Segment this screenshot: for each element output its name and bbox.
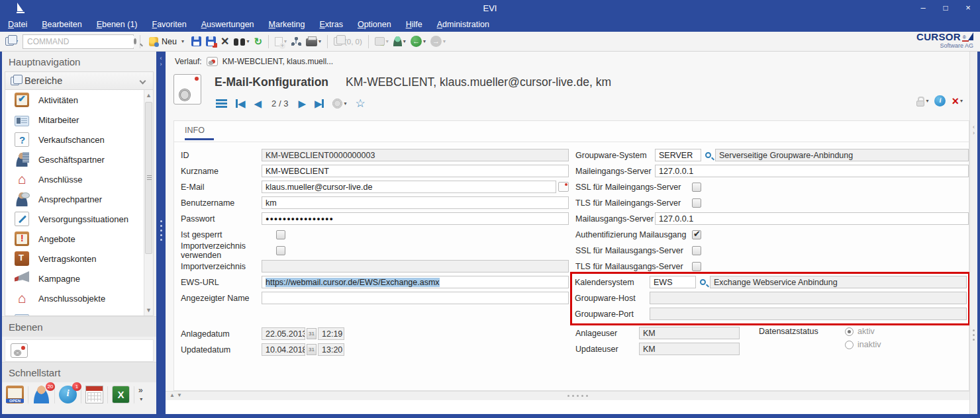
- collapse-left-icon[interactable]: ‹›: [156, 56, 166, 67]
- splitter-grip[interactable]: [973, 329, 975, 341]
- groupware-system-field[interactable]: SERVER: [655, 149, 701, 161]
- right-splitter[interactable]: ‹›: [969, 52, 977, 414]
- excel-icon[interactable]: [112, 386, 130, 403]
- splitter-grip[interactable]: [160, 220, 162, 241]
- first-record-button[interactable]: ◀: [236, 99, 246, 108]
- splitter-grip[interactable]: [567, 395, 588, 397]
- navigate-forward-button[interactable]: →▾: [430, 36, 446, 47]
- tls-eingang-checkbox[interactable]: [692, 198, 701, 208]
- send-email-icon[interactable]: [558, 182, 569, 192]
- menu-burger-icon[interactable]: [216, 99, 227, 108]
- sidebar-item-partial[interactable]: [5, 308, 153, 316]
- tab-info[interactable]: INFO: [185, 126, 214, 140]
- overflow-button[interactable]: »▾: [138, 386, 143, 403]
- ebene-email-konfiguration[interactable]: [5, 339, 154, 362]
- kurzname-field[interactable]: KM-WEBCLIENT: [262, 165, 569, 177]
- export-button[interactable]: ▾: [375, 37, 389, 46]
- email-field[interactable]: klaus.mueller@cursor-live.de: [262, 181, 556, 193]
- ist-gesperrt-checkbox[interactable]: [276, 230, 285, 239]
- workflow-button[interactable]: [291, 37, 301, 46]
- command-search-icon[interactable]: [134, 38, 136, 44]
- search-binoculars-button[interactable]: ▾: [234, 37, 249, 46]
- sidebar-item-mitarbeiter[interactable]: Mitarbeiter: [5, 110, 153, 130]
- collapse-right-icon[interactable]: ‹›: [970, 124, 977, 136]
- inaktiv-radio[interactable]: [845, 341, 854, 349]
- angezeigter-name-field[interactable]: [262, 292, 569, 304]
- sidebar-item-anschluesse[interactable]: ⌂Anschlüsse: [5, 169, 153, 189]
- ebenen-header[interactable]: Ebenen: [2, 316, 156, 337]
- importverzeichnis-verwenden-checkbox[interactable]: [276, 246, 285, 255]
- lock-button[interactable]: ▾: [916, 96, 928, 106]
- new-document-button[interactable]: ▾: [275, 37, 287, 46]
- menu-optionen[interactable]: Optionen: [358, 20, 391, 29]
- aktiv-radio[interactable]: [845, 327, 854, 336]
- maximize-button[interactable]: □: [939, 2, 952, 14]
- save-as-button[interactable]: [206, 36, 216, 46]
- sidebar-item-kampagne[interactable]: Kampagne: [5, 269, 153, 288]
- calendar-button[interactable]: 31: [307, 344, 317, 355]
- ssl-eingang-checkbox[interactable]: [692, 183, 701, 192]
- command-input[interactable]: [23, 36, 134, 48]
- sidebar-item-versorgungssituationen[interactable]: Versorgungssituationen: [5, 209, 153, 229]
- last-record-button[interactable]: ▶: [315, 99, 324, 108]
- ews-url-field[interactable]: https://webmail.cursor.de/EWS/Exchange.a…: [262, 276, 569, 288]
- tls-ausgang-checkbox[interactable]: [692, 262, 701, 271]
- sidebar-item-angebote[interactable]: Angebote: [5, 229, 153, 249]
- menu-extras[interactable]: Extras: [319, 20, 342, 29]
- scroll-down-icon[interactable]: ▼: [144, 305, 153, 315]
- close-button[interactable]: ×: [961, 2, 975, 14]
- print-button[interactable]: ▾: [306, 36, 321, 46]
- schnellstart-header[interactable]: Schnellstart: [2, 362, 156, 382]
- ssl-ausgang-checkbox[interactable]: [692, 246, 701, 255]
- sidebar-item-aktivitaeten[interactable]: Aktivitäten: [5, 90, 153, 110]
- menu-bearbeiten[interactable]: Bearbeiten: [42, 20, 81, 29]
- maileingangs-server-field[interactable]: 127.0.0.1: [655, 165, 969, 177]
- scrollbar-thumb[interactable]: [145, 102, 152, 254]
- next-record-button[interactable]: ▶: [298, 99, 306, 108]
- calendar-icon[interactable]: [85, 386, 103, 403]
- menu-datei[interactable]: Datei: [8, 20, 27, 29]
- splitter-arrows[interactable]: ▲▼: [170, 392, 184, 398]
- menu-hilfe[interactable]: Hilfe: [406, 20, 422, 29]
- close-record-button[interactable]: ×▾: [952, 96, 963, 106]
- contacts-quick-icon[interactable]: 20: [32, 386, 50, 403]
- sidebar-splitter[interactable]: ‹›: [156, 52, 166, 414]
- info-icon[interactable]: [934, 95, 946, 106]
- open-activities-icon[interactable]: [6, 386, 24, 403]
- previous-record-button[interactable]: ◀: [254, 99, 262, 108]
- navigate-back-button[interactable]: ←▾: [411, 36, 426, 47]
- menu-marketing[interactable]: Marketing: [269, 20, 305, 29]
- refresh-button[interactable]: ↻: [254, 36, 262, 48]
- auth-ausgang-checkbox[interactable]: [692, 230, 701, 239]
- sidebar-item-ansprechpartner[interactable]: Ansprechpartner: [5, 189, 153, 209]
- scroll-up-icon[interactable]: ▲: [144, 90, 153, 101]
- mailausgangs-server-field[interactable]: 127.0.0.1: [655, 212, 969, 225]
- calendar-button[interactable]: 31: [307, 328, 317, 339]
- menu-favoriten[interactable]: Favoriten: [152, 20, 187, 29]
- sidebar-item-anschlussobjekte[interactable]: ⌂Anschlussobjekte: [5, 288, 153, 308]
- layer-pages-icon[interactable]: ▾: [5, 37, 18, 46]
- lookup-icon[interactable]: [705, 152, 711, 158]
- sidebar-item-vertragskonten[interactable]: Vertragskonten: [5, 249, 153, 269]
- verlauf-item[interactable]: KM-WEBCLIENT, klaus.muell...: [222, 57, 333, 66]
- sidebar-item-verkaufschancen[interactable]: Verkaufschancen: [5, 130, 153, 149]
- neu-button[interactable]: Neu ▾: [146, 36, 187, 48]
- menu-auswertungen[interactable]: Auswertungen: [201, 20, 254, 29]
- menu-administration[interactable]: Administration: [437, 20, 489, 29]
- chevron-down-icon[interactable]: [140, 77, 146, 84]
- delete-button[interactable]: ✕: [220, 37, 229, 46]
- bereiche-header[interactable]: Bereiche: [5, 71, 154, 90]
- save-button[interactable]: [191, 36, 201, 46]
- bottom-splitter[interactable]: ▲▼: [166, 391, 969, 400]
- sidebar-item-geschaeftspartner[interactable]: Geschäftspartner: [5, 149, 153, 169]
- kalendersystem-field[interactable]: EWS: [650, 276, 696, 288]
- menu-ebenen[interactable]: Ebenen (1): [97, 20, 138, 29]
- passwort-field[interactable]: ●●●●●●●●●●●●●●●●: [262, 212, 569, 225]
- record-settings-button[interactable]: ▾: [332, 99, 346, 108]
- info-quick-icon[interactable]: 1: [59, 386, 77, 403]
- lookup-icon[interactable]: [700, 279, 706, 285]
- favorite-star-icon[interactable]: ☆: [356, 97, 366, 110]
- minimize-button[interactable]: –: [916, 2, 930, 14]
- sidebar-scrollbar[interactable]: ▲ ▼: [144, 90, 153, 315]
- benutzername-field[interactable]: km: [262, 196, 569, 209]
